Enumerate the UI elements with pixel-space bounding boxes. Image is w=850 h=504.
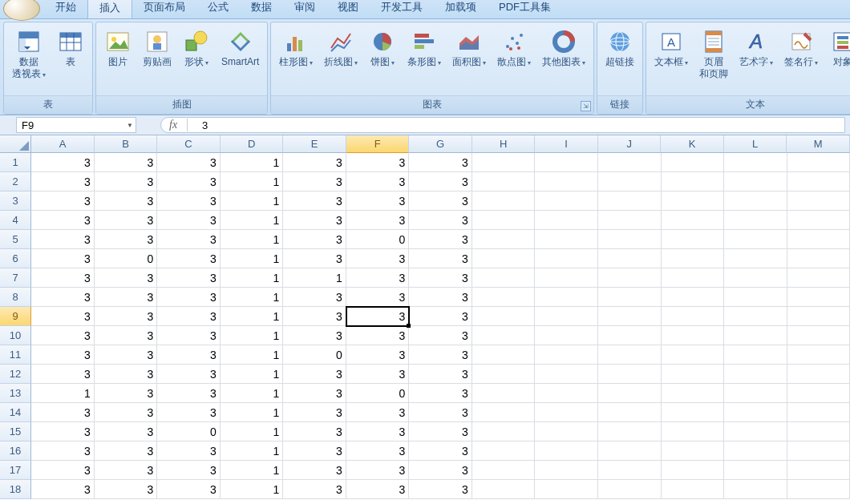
dialog-launcher-icon[interactable]: ⇲	[581, 101, 591, 111]
cell-M11[interactable]	[787, 345, 850, 365]
row-header-7[interactable]: 7	[0, 268, 31, 288]
cell-C3[interactable]: 3	[157, 192, 221, 211]
cell-F2[interactable]: 3	[346, 172, 410, 192]
cell-L3[interactable]	[724, 192, 787, 211]
tab-4[interactable]: 数据	[240, 0, 283, 18]
cell-E9[interactable]: 3	[283, 307, 346, 326]
cell-D4[interactable]: 1	[221, 211, 284, 230]
cell-A11[interactable]: 3	[31, 345, 95, 365]
column-header-F[interactable]: F	[346, 135, 410, 153]
cell-F15[interactable]: 3	[346, 422, 410, 442]
cell-M14[interactable]	[787, 403, 850, 422]
cell-K7[interactable]	[662, 268, 725, 288]
cell-K8[interactable]	[662, 288, 725, 307]
cell-G6[interactable]: 3	[409, 249, 472, 268]
cell-H16[interactable]	[472, 442, 536, 461]
cell-I18[interactable]	[535, 480, 598, 499]
cell-M16[interactable]	[787, 442, 850, 461]
row-header-14[interactable]: 14	[0, 403, 31, 422]
cell-H4[interactable]	[472, 211, 536, 230]
cell-J13[interactable]	[598, 384, 662, 403]
cell-H3[interactable]	[472, 192, 536, 211]
cell-F11[interactable]: 3	[346, 345, 410, 365]
cell-J1[interactable]	[598, 153, 662, 172]
cell-B1[interactable]: 3	[95, 153, 158, 172]
cell-D9[interactable]: 1	[221, 307, 284, 326]
wordart-button[interactable]: A艺术字▾	[736, 27, 776, 70]
cell-A7[interactable]: 3	[31, 268, 95, 288]
cell-J5[interactable]	[598, 230, 662, 249]
cell-F3[interactable]: 3	[346, 192, 410, 211]
cell-B10[interactable]: 3	[95, 326, 158, 345]
cell-C18[interactable]: 3	[157, 480, 221, 499]
cell-J11[interactable]	[598, 345, 662, 365]
cell-H6[interactable]	[472, 249, 536, 268]
picture-button[interactable]: 图片	[101, 27, 135, 70]
row-header-8[interactable]: 8	[0, 288, 31, 307]
cell-H10[interactable]	[472, 326, 536, 345]
cell-H11[interactable]	[472, 345, 536, 365]
cell-C7[interactable]: 3	[157, 268, 221, 288]
cell-L7[interactable]	[724, 268, 787, 288]
cell-D8[interactable]: 1	[221, 288, 284, 307]
cell-C6[interactable]: 3	[157, 249, 221, 268]
cell-J9[interactable]	[598, 307, 662, 326]
cell-A1[interactable]: 3	[31, 153, 95, 172]
cell-M3[interactable]	[787, 192, 850, 211]
cell-D1[interactable]: 1	[221, 153, 284, 172]
cell-C8[interactable]: 3	[157, 288, 221, 307]
cell-A4[interactable]: 3	[31, 211, 95, 230]
pie-chart-button[interactable]: 饼图▾	[366, 27, 399, 70]
cell-L18[interactable]	[724, 480, 787, 499]
cell-D3[interactable]: 1	[221, 192, 284, 211]
cell-I2[interactable]	[535, 172, 598, 192]
cell-H2[interactable]	[472, 172, 536, 192]
cell-B13[interactable]: 3	[95, 384, 158, 403]
cell-F14[interactable]: 3	[346, 403, 410, 422]
cell-C10[interactable]: 3	[157, 326, 221, 345]
cell-E4[interactable]: 3	[283, 211, 346, 230]
cell-J10[interactable]	[598, 326, 662, 345]
cell-C14[interactable]: 3	[157, 403, 221, 422]
cell-E8[interactable]: 3	[283, 288, 346, 307]
select-all-corner[interactable]	[0, 135, 31, 153]
cell-I3[interactable]	[535, 192, 598, 211]
cell-E16[interactable]: 3	[283, 442, 346, 461]
cell-L10[interactable]	[724, 326, 787, 345]
cell-K1[interactable]	[662, 153, 725, 172]
cell-G11[interactable]: 3	[409, 345, 472, 365]
tab-0[interactable]: 开始	[44, 0, 87, 18]
cell-K3[interactable]	[662, 192, 725, 211]
tab-7[interactable]: 开发工具	[370, 0, 434, 18]
cell-K16[interactable]	[662, 442, 725, 461]
cell-A9[interactable]: 3	[31, 307, 95, 326]
column-header-K[interactable]: K	[661, 135, 724, 153]
object-button[interactable]: 对象	[826, 27, 850, 70]
table-button[interactable]: 表	[54, 27, 87, 70]
cell-G9[interactable]: 3	[409, 307, 472, 326]
cell-G15[interactable]: 3	[409, 422, 472, 442]
cell-A8[interactable]: 3	[31, 288, 95, 307]
cell-D15[interactable]: 1	[221, 422, 284, 442]
cell-L14[interactable]	[724, 403, 787, 422]
cell-L6[interactable]	[724, 249, 787, 268]
cell-D13[interactable]: 1	[221, 384, 284, 403]
column-header-J[interactable]: J	[598, 135, 662, 153]
column-header-L[interactable]: L	[724, 135, 787, 153]
cell-H5[interactable]	[472, 230, 536, 249]
cell-B6[interactable]: 0	[95, 249, 158, 268]
cell-F12[interactable]: 3	[346, 365, 410, 384]
cell-M7[interactable]	[787, 268, 850, 288]
cell-H14[interactable]	[472, 403, 536, 422]
tab-8[interactable]: 加载项	[434, 0, 488, 18]
tab-2[interactable]: 页面布局	[132, 0, 196, 18]
cell-K9[interactable]	[662, 307, 725, 326]
cell-K14[interactable]	[662, 403, 725, 422]
cell-D2[interactable]: 1	[221, 172, 284, 192]
column-header-M[interactable]: M	[787, 135, 850, 153]
cell-E10[interactable]: 3	[283, 326, 346, 345]
cell-L4[interactable]	[724, 211, 787, 230]
cell-K11[interactable]	[662, 345, 725, 365]
tab-3[interactable]: 公式	[196, 0, 240, 18]
column-header-B[interactable]: B	[95, 135, 158, 153]
